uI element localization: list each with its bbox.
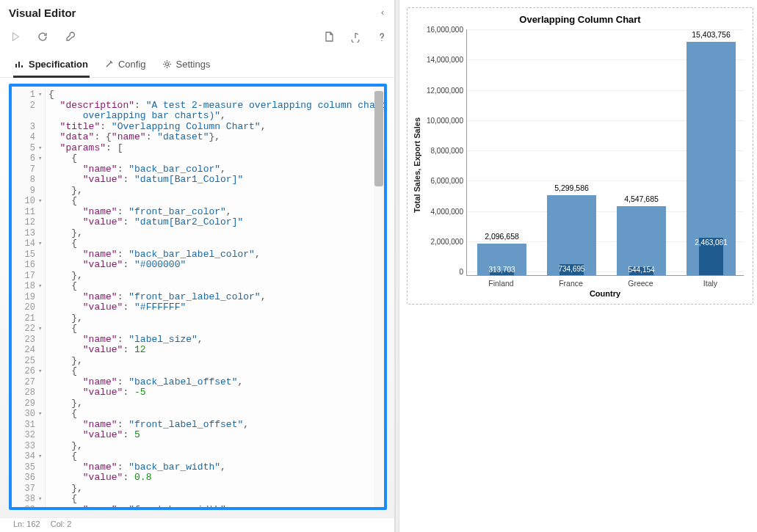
code-content: "name": "front_bar_label_color", — [46, 292, 266, 303]
code-line[interactable]: 8 "value": "datum[Bar1_Color]" — [12, 175, 384, 186]
tab-config[interactable]: Config — [103, 56, 148, 78]
code-line[interactable]: 3 "title": "Overlapping Column Chart", — [12, 122, 384, 133]
export-icon[interactable] — [349, 31, 362, 43]
collapse-panel-chevron-icon[interactable]: ‹ — [378, 4, 387, 21]
line-number: 30 — [12, 409, 38, 420]
code-line[interactable]: 11 "name": "front_bar_color", — [12, 207, 384, 218]
fold-toggle-icon — [38, 473, 46, 484]
y-axis-tick-label: 8,000,000 — [431, 147, 464, 155]
status-line: Ln: 162 — [13, 520, 40, 532]
tab-settings[interactable]: Settings — [161, 56, 212, 78]
code-line[interactable]: 22▾ { — [12, 324, 384, 335]
line-number: 14 — [12, 238, 38, 249]
fold-toggle-icon[interactable]: ▾ — [38, 281, 46, 292]
code-content: "params": [ — [46, 143, 123, 154]
code-content: "name": "front_label_offset", — [46, 420, 249, 431]
fold-toggle-icon[interactable]: ▾ — [38, 153, 46, 164]
line-number: 18 — [12, 281, 38, 292]
code-line[interactable]: 25 }, — [12, 356, 384, 367]
fold-toggle-icon — [38, 441, 46, 452]
code-line[interactable]: 13 }, — [12, 228, 384, 239]
fold-toggle-icon[interactable]: ▾ — [38, 366, 46, 377]
code-content: "name": "front_bar_width", — [46, 505, 232, 508]
code-line[interactable]: 37 }, — [12, 484, 384, 495]
code-line[interactable]: 4 "data": {"name": "dataset"}, — [12, 132, 384, 143]
code-line[interactable]: 35 "name": "back_bar_width", — [12, 462, 384, 473]
fold-toggle-icon[interactable]: ▾ — [38, 238, 46, 249]
code-line[interactable]: 27 "name": "back_label_offset", — [12, 377, 384, 388]
code-content: { — [46, 494, 77, 505]
x-axis-tick-label: France — [559, 279, 583, 288]
code-line[interactable]: 15 "name": "back_bar_label_color", — [12, 249, 384, 260]
fold-toggle-icon[interactable]: ▾ — [38, 324, 46, 335]
code-line[interactable]: 21 }, — [12, 313, 384, 324]
code-line[interactable]: 19 "name": "front_bar_label_color", — [12, 292, 384, 303]
code-line[interactable]: 5▾ "params": [ — [12, 143, 384, 154]
fold-toggle-icon — [38, 377, 46, 388]
editor-scrollbar[interactable] — [374, 87, 384, 507]
line-number: 8 — [12, 175, 38, 186]
y-axis-tick-label: 14,000,000 — [427, 56, 463, 64]
play-icon[interactable] — [10, 32, 21, 42]
code-line[interactable]: 39 "name": "front_bar_width", — [12, 505, 384, 508]
code-line[interactable]: 23 "name": "label_size", — [12, 335, 384, 346]
chart-preview: Overlapping Column Chart Total Sales, Ex… — [407, 7, 753, 305]
line-number: 32 — [12, 430, 38, 441]
code-line[interactable]: overlapping bar charts)", — [12, 111, 384, 122]
fold-toggle-icon — [38, 420, 46, 431]
code-line[interactable]: 36 "value": 0.8 — [12, 473, 384, 484]
code-line[interactable]: 6▾ { — [12, 153, 384, 164]
code-line[interactable]: 28 "value": -5 — [12, 387, 384, 398]
code-line[interactable]: 2 "description": "A test 2-measure overl… — [12, 101, 384, 112]
code-line[interactable]: 33 }, — [12, 441, 384, 452]
fold-toggle-icon — [38, 302, 46, 313]
code-line[interactable]: 14▾ { — [12, 238, 384, 249]
code-line[interactable]: 12 "value": "datum[Bar2_Color]" — [12, 217, 384, 228]
code-line[interactable]: 7 "name": "back_bar_color", — [12, 164, 384, 175]
code-line[interactable]: 16 "value": "#000000" — [12, 260, 384, 271]
code-line[interactable]: 26▾ { — [12, 366, 384, 377]
code-content: "name": "back_bar_width", — [46, 462, 226, 473]
wrench-icon[interactable] — [65, 31, 76, 43]
help-icon[interactable] — [377, 32, 387, 43]
new-file-icon[interactable] — [323, 31, 335, 43]
y-axis-ticks: 02,000,0004,000,0006,000,0008,000,00010,… — [424, 29, 466, 272]
code-content: "value": 5 — [46, 430, 140, 441]
line-number — [12, 111, 38, 122]
y-axis-tick-label: 4,000,000 — [431, 207, 464, 215]
refresh-icon[interactable] — [37, 31, 48, 43]
code-line[interactable]: 18▾ { — [12, 281, 384, 292]
code-line[interactable]: 38▾ { — [12, 494, 384, 505]
code-line[interactable]: 1▾{ — [12, 90, 384, 101]
code-line[interactable]: 30▾ { — [12, 409, 384, 420]
tab-specification[interactable]: Specification — [13, 56, 90, 78]
fold-toggle-icon[interactable]: ▾ — [38, 409, 46, 420]
scrollbar-thumb[interactable] — [374, 91, 383, 186]
code-line[interactable]: 9 }, — [12, 186, 384, 197]
code-content: { — [46, 238, 77, 249]
fold-toggle-icon[interactable]: ▾ — [38, 494, 46, 505]
code-line[interactable]: 10▾ { — [12, 196, 384, 207]
fold-toggle-icon[interactable]: ▾ — [38, 143, 46, 154]
code-line[interactable]: 24 "value": 12 — [12, 345, 384, 356]
code-line[interactable]: 31 "name": "front_label_offset", — [12, 420, 384, 431]
fold-toggle-icon — [38, 122, 46, 133]
code-editor[interactable]: 1▾{2 "description": "A test 2-measure ov… — [9, 84, 387, 510]
code-line[interactable]: 32 "value": 5 — [12, 430, 384, 441]
fold-toggle-icon[interactable]: ▾ — [38, 451, 46, 462]
code-line[interactable]: 20 "value": "#FFFFFF" — [12, 302, 384, 313]
bar-value-label-back: 2,096,658 — [485, 232, 519, 241]
fold-toggle-icon[interactable]: ▾ — [38, 90, 46, 101]
gear-icon — [162, 59, 172, 69]
code-content: }, — [46, 228, 83, 239]
line-number: 12 — [12, 217, 38, 228]
fold-toggle-icon[interactable]: ▾ — [38, 196, 46, 207]
code-content: "value": 0.8 — [46, 473, 151, 484]
code-content: }, — [46, 186, 83, 197]
y-axis-tick-label: 10,000,000 — [427, 116, 463, 124]
code-content: "value": "#000000" — [46, 260, 186, 271]
code-line[interactable]: 17 }, — [12, 271, 384, 282]
code-line[interactable]: 29 }, — [12, 398, 384, 409]
code-line[interactable]: 34▾ { — [12, 451, 384, 462]
bar-chart-icon — [15, 59, 24, 69]
